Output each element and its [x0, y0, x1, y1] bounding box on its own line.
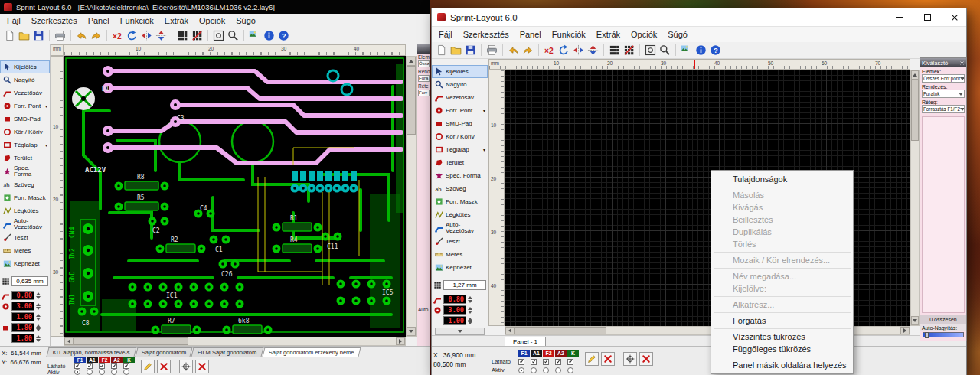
grid-capture-button[interactable] — [622, 43, 636, 57]
visible-checkbox-a1[interactable] — [531, 359, 537, 365]
visible-checkbox-a1[interactable] — [87, 363, 93, 369]
spinner-arrows[interactable] — [468, 296, 472, 303]
spinner-arrows[interactable] — [468, 318, 472, 324]
bg-tool-nagyito[interactable]: Nagyító — [0, 73, 50, 86]
active-radio-f1[interactable] — [74, 369, 80, 375]
clear-layer-button[interactable] — [157, 360, 171, 373]
context-item-fuggoleges-tukrozes[interactable]: Függőleges tükrözés — [712, 343, 852, 355]
fg-tool-forrmaszk[interactable]: Forr. Maszk — [432, 195, 488, 208]
selector-panel-header[interactable]: Kiválasztó — [920, 58, 966, 67]
grid-button[interactable] — [175, 28, 190, 43]
active-radio-a1[interactable] — [531, 367, 537, 373]
bg-grid-setting[interactable]: 0,635 mm — [2, 276, 48, 286]
scrollbar-thumb[interactable] — [74, 338, 188, 345]
zoom-2x-button[interactable] — [110, 28, 125, 43]
bg-tool-kepnezet[interactable]: Képnézet — [0, 257, 50, 270]
bg-tool-kijeloles[interactable]: Kijelölés — [0, 60, 50, 73]
sort-dropdown[interactable]: Furatok — [922, 90, 965, 98]
bg-tool-szoveg[interactable]: Szöveg — [0, 178, 50, 191]
close-button[interactable] — [943, 8, 966, 26]
context-item-panel-masik-oldal[interactable]: Panel másik oldalára helyezés — [712, 359, 852, 371]
fg-tool-korkoriv[interactable]: Kör / Körív — [432, 130, 488, 143]
zoom-2x-button[interactable] — [542, 43, 557, 57]
fg-tool-forrpont[interactable]: Forr. Pont▾ — [432, 104, 488, 117]
bg-menu-szerkesztes[interactable]: Szerkesztés — [26, 15, 83, 26]
bg-tool-smdpad[interactable]: SMD-Pad — [0, 112, 50, 126]
fg-menu-funkciok[interactable]: Funkciók — [547, 29, 591, 40]
bg-tool-forrmaszk[interactable]: Forr. Maszk — [0, 191, 50, 204]
layer-chip-k[interactable]: K — [567, 350, 579, 357]
info-button[interactable] — [694, 43, 708, 57]
selector-dropdown[interactable]: Forr — [418, 90, 430, 96]
scroll-down-arrow[interactable] — [911, 316, 919, 325]
spinner-arrows[interactable] — [36, 292, 41, 299]
maximize-button[interactable] — [916, 8, 939, 26]
spinner-arrows[interactable] — [468, 307, 472, 314]
layout-tab-1[interactable]: KIT alapján, normálissá téve-s — [47, 347, 137, 357]
zoom-button[interactable] — [226, 28, 240, 43]
bg-menu-fajl[interactable]: Fájl — [2, 15, 26, 26]
bg-menu-panel[interactable]: Panel — [83, 15, 115, 26]
layer-chip-a2[interactable]: A2 — [555, 350, 567, 357]
active-radio-f2[interactable] — [543, 367, 549, 373]
bg-menu-extrak[interactable]: Extrák — [159, 15, 194, 26]
bg-menu-sugo[interactable]: Súgó — [230, 15, 261, 26]
bg-menu-opciok[interactable]: Opciók — [194, 15, 230, 26]
layout-tab-4-active[interactable]: Saját gondolatom érzékeny beme — [262, 347, 361, 357]
scroll-left-arrow[interactable] — [505, 327, 514, 334]
scrollbar-thumb[interactable] — [514, 327, 606, 334]
visible-checkbox-f2[interactable] — [99, 363, 105, 369]
active-radio-k[interactable] — [567, 367, 573, 373]
active-radio-k[interactable] — [123, 369, 129, 375]
bg-pcb-canvas[interactable]: D1 C3 AC12V R8 R5 C2 C4 R1 R2 C1 C26 R4 … — [64, 56, 406, 337]
fg-grid-setting[interactable]: 1,27 mm — [433, 280, 486, 290]
fg-tool-terulet[interactable]: Terület — [432, 156, 488, 169]
selector-dropdown[interactable]: Fura — [418, 75, 430, 82]
fg-menu-szerkesztes[interactable]: Szerkesztés — [458, 29, 514, 40]
layout-tab-3[interactable]: FILM Saját gondolatom — [191, 347, 264, 357]
mirror-horizontal-button[interactable] — [139, 28, 154, 43]
layout-tab-2[interactable]: Saját gondolatom — [135, 347, 192, 357]
fg-menu-extrak[interactable]: Extrák — [591, 29, 626, 40]
active-radio-a2[interactable] — [111, 369, 117, 375]
scrollbar-thumb[interactable] — [911, 80, 919, 141]
zoom-button[interactable] — [658, 43, 672, 57]
print-button[interactable] — [485, 43, 499, 57]
context-item-forgatas[interactable]: Forgatás — [712, 315, 852, 327]
redo-button[interactable] — [521, 43, 535, 57]
visible-checkbox-k[interactable] — [123, 363, 129, 369]
visible-checkbox-k[interactable] — [567, 359, 573, 365]
fg-menu-sugo[interactable]: Súgó — [662, 29, 693, 40]
bg-tool-vezetosav[interactable]: Vezetősáv — [0, 86, 50, 99]
measure-button[interactable] — [643, 43, 658, 57]
open-file-button[interactable] — [17, 28, 31, 43]
spinner-arrows[interactable] — [36, 303, 41, 310]
active-radio-f2[interactable] — [99, 369, 105, 375]
fg-menu-opciok[interactable]: Opciók — [626, 29, 662, 40]
bg-tool-korkoriv[interactable]: Kör / Körív — [0, 126, 50, 139]
active-radio-a1[interactable] — [87, 369, 93, 375]
layer-chip-f1[interactable]: F1 — [518, 350, 530, 357]
scroll-up-arrow[interactable] — [911, 70, 919, 80]
fg-tool-vezetosav[interactable]: Vezetősáv — [432, 91, 488, 104]
scroll-up-arrow[interactable] — [407, 57, 416, 66]
new-file-button[interactable] — [2, 28, 17, 43]
fg-tool-kijeloles[interactable]: Kijelölés — [432, 65, 488, 78]
context-item-tulajdonsagok[interactable]: Tulajdonságok — [712, 173, 852, 185]
undo-button[interactable] — [74, 28, 89, 43]
clear-layer-button[interactable] — [601, 352, 615, 366]
spinner-arrows[interactable] — [36, 314, 41, 321]
mirror-vertical-button[interactable] — [154, 28, 168, 43]
fg-pad-outer-spinner[interactable]: 3.00 — [433, 305, 486, 315]
photo-view-button[interactable] — [679, 43, 694, 57]
delete-origin-button[interactable] — [639, 352, 653, 366]
new-file-button[interactable] — [434, 43, 449, 57]
context-item-vizszintes-tukrozes[interactable]: Vízszintes tükrözés — [712, 331, 852, 343]
pad-type-dropdown[interactable] — [435, 328, 485, 335]
layer-chip-a2[interactable]: A2 — [111, 357, 122, 363]
scroll-right-arrow[interactable] — [900, 327, 910, 334]
close-icon[interactable] — [959, 60, 965, 66]
fg-tool-autovezetosav[interactable]: Auto-Vezetősáv — [432, 221, 488, 235]
autozoom-slider[interactable] — [923, 332, 964, 338]
bg-tool-specforma[interactable]: Spec. Forma — [0, 165, 50, 178]
